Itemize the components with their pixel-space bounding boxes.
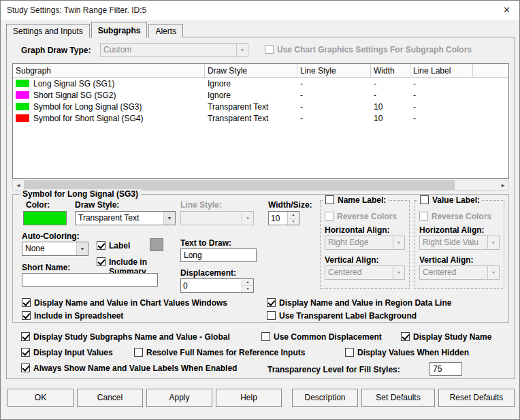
chevron-down-icon: ▼ (393, 236, 404, 249)
checkbox-label: Use Common Displacement (274, 332, 382, 342)
value-reverse-colors-checkbox[interactable]: Reverse Colors (419, 212, 491, 221)
checkbox-box (325, 212, 334, 221)
spin-down-icon[interactable]: ▼ (242, 286, 253, 292)
scrollbar-track[interactable] (24, 180, 498, 190)
use-common-displacement-checkbox[interactable]: Use Common Displacement (261, 332, 382, 342)
auto-coloring-select[interactable]: None ▼ (22, 242, 88, 256)
checkbox-label: Reverse Colors (337, 212, 397, 221)
subgraph-name: Symbol for Long Signal (SG3) (33, 102, 142, 112)
display-input-values-checkbox[interactable]: Display Input Values (21, 348, 113, 357)
checkbox-box (21, 348, 30, 357)
value-horizontal-align-select[interactable]: Right Side Valu ▼ (419, 236, 500, 250)
display-values-when-hidden-checkbox[interactable]: Display Values When Hidden (345, 348, 469, 357)
spin-up-icon[interactable]: ▲ (288, 212, 299, 219)
description-button[interactable]: Description (292, 389, 358, 407)
text-to-draw-input[interactable] (180, 248, 257, 262)
width-size-input[interactable] (269, 212, 287, 225)
color-picker-button[interactable] (23, 211, 67, 225)
name-label-group: Name Label: Reverse Colors Horizontal Al… (320, 200, 410, 289)
set-defaults-button[interactable]: Set Defaults (361, 389, 435, 407)
checkbox-label: Display Study Name (413, 332, 491, 342)
display-global-checkbox[interactable]: Display Study Subgraphs Name and Value -… (21, 332, 230, 342)
checkbox-label: Use Chart Graphics Settings For Subgraph… (277, 45, 472, 54)
ok-button[interactable]: OK (7, 389, 74, 407)
draw-style-select[interactable]: Transparent Text ▼ (75, 211, 176, 225)
chevron-down-icon: ▼ (487, 236, 499, 249)
table-row[interactable]: Symbol for Short Signal (SG4) Transparen… (13, 112, 508, 124)
tab-subgraphs[interactable]: Subgraphs (91, 22, 148, 37)
selected-value: Centered (420, 266, 487, 279)
transparent-label-background-checkbox[interactable]: Use Transparent Label Background (267, 311, 417, 321)
display-study-name-checkbox[interactable]: Display Study Name (401, 332, 491, 342)
checkbox-label: Display Name and Value in Chart Values W… (34, 298, 227, 308)
scroll-right-icon[interactable]: ► (498, 180, 508, 190)
cancel-button[interactable]: Cancel (77, 389, 143, 407)
spin-down-icon[interactable]: ▼ (288, 219, 299, 225)
displacement-stepper[interactable]: ▲ ▼ (180, 278, 254, 293)
value-label-checkbox[interactable]: Value Label: (418, 195, 482, 205)
selected-value: Transparent Text (76, 212, 163, 225)
transparency-level-label: Transparency Level for Fill Styles: (267, 365, 400, 374)
checkbox-label: Reverse Colors (432, 212, 491, 221)
display-chart-values-checkbox[interactable]: Display Name and Value in Chart Values W… (22, 298, 227, 308)
cell-line-label: - (410, 101, 473, 112)
always-show-labels-checkbox[interactable]: Always Show Name and Value Labels When E… (21, 364, 237, 373)
table-row[interactable]: Long Signal SG (SG1) Ignore - - - (13, 78, 508, 89)
checkbox-label: Display Name and Value in Region Data Li… (279, 298, 451, 308)
reset-defaults-button[interactable]: Reset Defaults (438, 389, 515, 407)
graph-draw-type-select[interactable]: Custom ▼ (100, 43, 248, 57)
column-header-subgraph[interactable]: Subgraph (13, 64, 205, 77)
scroll-left-icon[interactable]: ◄ (13, 180, 24, 190)
checkbox-box (345, 348, 354, 357)
column-header-width[interactable]: Width (371, 64, 410, 77)
help-button[interactable]: Help (216, 389, 282, 407)
transparency-level-input[interactable] (429, 362, 462, 376)
selected-value: None (22, 242, 76, 255)
cell-draw-style: Transparent Text (205, 112, 297, 124)
tab-alerts[interactable]: Alerts (148, 24, 183, 37)
line-style-select[interactable]: ▼ (180, 211, 254, 225)
spin-up-icon[interactable]: ▲ (242, 279, 253, 286)
displacement-input[interactable] (181, 279, 242, 292)
subgraph-name: Symbol for Short Signal (SG4) (33, 114, 143, 123)
tab-settings-and-inputs[interactable]: Settings and Inputs (6, 24, 90, 37)
label-color-button[interactable] (150, 238, 163, 251)
column-header-line-label[interactable]: Line Label (410, 64, 473, 77)
name-horizontal-align-select[interactable]: Right Edge ▼ (325, 236, 405, 250)
name-label-checkbox[interactable]: Name Label: (323, 195, 388, 205)
group-title: Symbol for Long Signal (SG3) (20, 189, 141, 199)
chevron-down-icon: ▼ (242, 212, 253, 225)
subgraph-name: Long Signal SG (SG1) (33, 79, 114, 88)
color-swatch (16, 103, 29, 110)
include-spreadsheet-checkbox[interactable]: Include in Spreadsheet (22, 311, 123, 321)
tab-bar: Settings and Inputs Subgraphs Alerts (6, 22, 184, 37)
vertical-align-label: Vertical Align: (325, 255, 379, 265)
use-chart-graphics-checkbox[interactable]: Use Chart Graphics Settings For Subgraph… (265, 45, 472, 54)
display-region-data-checkbox[interactable]: Display Name and Value in Region Data Li… (267, 298, 451, 308)
width-size-stepper[interactable]: ▲ ▼ (268, 211, 299, 225)
table-row[interactable]: Short Signal SG (SG2) Ignore - - - (13, 89, 508, 101)
short-name-input[interactable] (22, 273, 158, 287)
name-vertical-align-select[interactable]: Centered ▼ (325, 265, 405, 280)
selected-value (181, 212, 242, 225)
table-row[interactable]: Symbol for Long Signal (SG3) Transparent… (13, 101, 508, 112)
checkbox-box (97, 241, 105, 250)
chevron-down-icon: ▼ (236, 44, 248, 56)
column-header-line-style[interactable]: Line Style (297, 64, 371, 77)
checkbox-label: Name Label: (338, 195, 386, 205)
name-reverse-colors-checkbox[interactable]: Reverse Colors (325, 212, 397, 221)
color-swatch (16, 80, 29, 87)
resolve-full-names-checkbox[interactable]: Resolve Full Names for Reference Inputs (134, 348, 305, 357)
checkbox-label: Display Input Values (33, 348, 113, 357)
apply-button[interactable]: Apply (146, 389, 212, 407)
label-checkbox[interactable]: Label (97, 241, 130, 251)
line-style-label: Line Style: (180, 200, 222, 210)
close-icon[interactable]: ✕ (503, 5, 510, 15)
cell-line-label: - (410, 78, 473, 89)
text-to-draw-label: Text to Draw: (180, 238, 231, 248)
color-swatch (16, 114, 29, 122)
checkbox-box (325, 195, 334, 204)
value-vertical-align-select[interactable]: Centered ▼ (419, 265, 500, 280)
scrollbar-thumb[interactable] (24, 180, 455, 190)
column-header-draw-style[interactable]: Draw Style (205, 64, 297, 77)
